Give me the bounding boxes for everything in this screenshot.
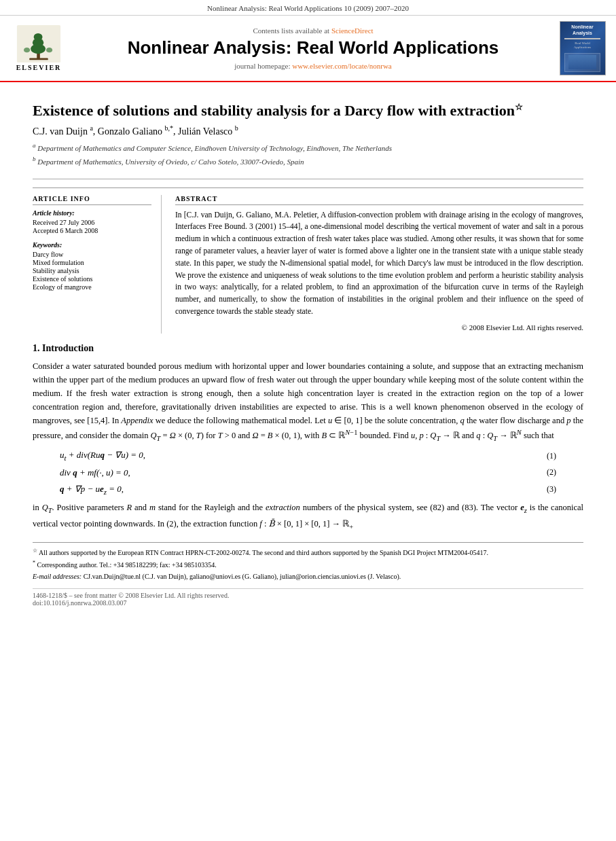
- main-content: Existence of solutions and stability ana…: [0, 82, 616, 620]
- equation-1-content: ut + div(Ruq − ∇u) = 0,: [60, 450, 145, 462]
- svg-rect-5: [29, 58, 48, 60]
- equation-2-content: div q + mf(·, u) = 0,: [60, 467, 130, 478]
- keyword-4: Existence of solutions: [33, 275, 151, 283]
- abstract-paragraph: In [C.J. van Duijn, G. Galiano, M.A. Pel…: [175, 209, 583, 318]
- contents-text: Contents lists available at: [253, 26, 329, 35]
- keyword-5: Ecology of mangrove: [33, 283, 151, 291]
- journal-cover-image: Nonlinear Analysis Real WorldApplication…: [557, 21, 608, 75]
- section-1-title: 1. Introduction: [33, 343, 583, 354]
- abstract-text: In [C.J. van Duijn, G. Galiano, M.A. Pel…: [175, 209, 583, 334]
- article-info-column: ARTICLE INFO Article history: Received 2…: [33, 195, 162, 334]
- elsevier-logo: ELSEVIER: [8, 25, 69, 71]
- keywords-label: Keywords:: [33, 241, 151, 249]
- affiliation-a: a Department of Mathematics and Computer…: [33, 141, 583, 154]
- footnote-corresponding: * Corresponding author. Tel.: +34 985182…: [33, 559, 583, 570]
- accepted-date: Accepted 6 March 2008: [33, 227, 151, 234]
- journal-homepage: journal homepage: www.elsevier.com/locat…: [76, 62, 550, 70]
- article-title: Existence of solutions and stability ana…: [33, 101, 583, 121]
- footnote-email: E-mail addresses: CJ.van.Duijn@tue.nl (C…: [33, 571, 583, 581]
- cover-title-line1: Nonlinear: [571, 24, 593, 30]
- svg-point-7: [46, 48, 52, 52]
- section-label: Introduction: [42, 343, 94, 353]
- homepage-url[interactable]: www.elsevier.com/locate/nonrwa: [292, 62, 392, 70]
- journal-top-bar: Nonlinear Analysis: Real World Applicati…: [0, 0, 616, 16]
- received-date: Received 27 July 2006: [33, 219, 151, 226]
- equation-3-number: (3): [547, 484, 556, 495]
- header-center: Contents lists available at ScienceDirec…: [76, 26, 550, 69]
- affiliation-b: b Department of Mathematics, University …: [33, 155, 583, 167]
- keyword-3: Stability analysis: [33, 267, 151, 274]
- issn-line: 1468-1218/$ – see front matter © 2008 El…: [33, 592, 583, 599]
- svg-point-6: [24, 48, 30, 52]
- doi-line: doi:10.1016/j.nonrwa.2008.03.007: [33, 599, 583, 607]
- sciencedirect-anchor[interactable]: ScienceDirect: [331, 26, 374, 35]
- homepage-label: journal homepage:: [234, 62, 290, 70]
- equation-1-block: ut + div(Ruq − ∇u) = 0, (1): [60, 450, 556, 462]
- two-column-section: ARTICLE INFO Article history: Received 2…: [33, 187, 583, 334]
- authors-line: C.J. van Duijn a, Gonzalo Galiano b,*, J…: [33, 125, 583, 138]
- elsevier-wordmark: ELSEVIER: [16, 64, 62, 71]
- abstract-column: ABSTRACT In [C.J. van Duijn, G. Galiano,…: [175, 195, 583, 334]
- svg-point-4: [34, 33, 43, 41]
- section-number: 1.: [33, 343, 40, 353]
- header-banner: ELSEVIER Contents lists available at Sci…: [0, 16, 616, 82]
- keyword-1: Darcy flow: [33, 251, 151, 258]
- affil-a-text: Department of Mathematics and Computer S…: [37, 144, 392, 152]
- equation-3-content: q + ∇p − uez = 0,: [60, 484, 124, 496]
- cover-title-line2: Analysis: [573, 31, 592, 36]
- article-title-text: Existence of solutions and stability ana…: [33, 102, 515, 119]
- history-label: Article history:: [33, 209, 151, 217]
- author-names: C.J. van Duijn a, Gonzalo Galiano b,*, J…: [33, 126, 238, 137]
- article-info-heading: ARTICLE INFO: [33, 195, 151, 205]
- journal-cover-box: Nonlinear Analysis Real WorldApplication…: [560, 21, 606, 75]
- equation-1-number: (1): [547, 451, 556, 461]
- affiliations: a Department of Mathematics and Computer…: [33, 141, 583, 167]
- footnote-star: ☆ All authors supported by the European …: [33, 547, 583, 558]
- separator-1: [33, 179, 583, 179]
- abstract-heading: ABSTRACT: [175, 195, 583, 205]
- page-footer: 1468-1218/$ – see front matter © 2008 El…: [33, 588, 583, 607]
- equation-3-block: q + ∇p − uez = 0, (3): [60, 484, 556, 496]
- journal-top-text: Nonlinear Analysis: Real World Applicati…: [207, 4, 409, 12]
- abstract-copyright: © 2008 Elsevier Ltd. All rights reserved…: [175, 322, 583, 334]
- sciencedirect-link: Contents lists available at ScienceDirec…: [76, 26, 550, 35]
- title-footnote-marker: ☆: [515, 102, 523, 112]
- intro-paragraph-1: Consider a water saturated bounded porou…: [33, 359, 583, 444]
- equation-2-number: (2): [547, 467, 556, 478]
- footnote-divider: ☆ All authors supported by the European …: [33, 542, 583, 582]
- intro-paragraph-2: in QT. Positive parameters R and m stand…: [33, 501, 583, 532]
- elsevier-tree-icon: [15, 25, 62, 62]
- affil-b-text: Department of Mathematics, University of…: [37, 158, 304, 166]
- page: Nonlinear Analysis: Real World Applicati…: [0, 0, 616, 841]
- keyword-2: Mixed formulation: [33, 259, 151, 266]
- equation-2-block: div q + mf(·, u) = 0, (2): [60, 467, 556, 478]
- journal-title-large: Nonlinear Analysis: Real World Applicati…: [76, 37, 550, 58]
